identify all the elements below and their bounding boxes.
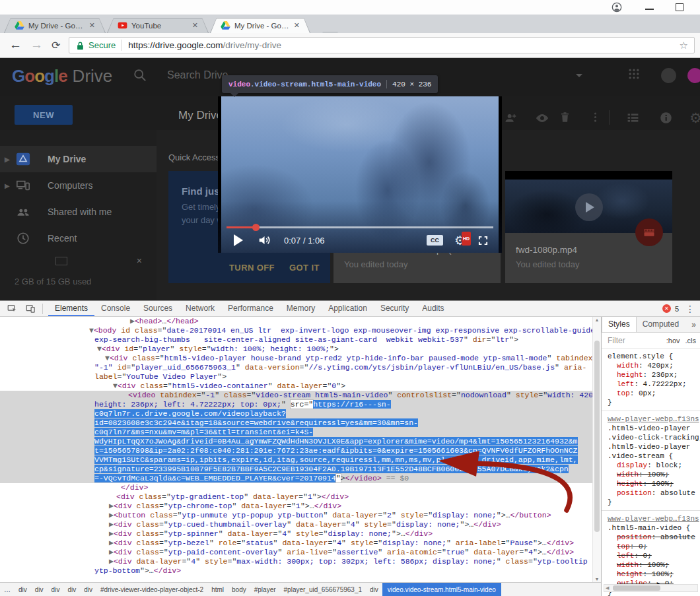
dom-tree-line[interactable]: exp-search-big-thumbs site-center-aligne…	[0, 335, 592, 345]
settings-gear-icon[interactable]: ⚙	[689, 111, 700, 125]
devtools-tab-security[interactable]: Security	[374, 301, 415, 316]
dom-tree-line[interactable]: id=0823608e3c3c294e&itag=18&source=webdr…	[0, 418, 592, 428]
stylesheet-link[interactable]: www-player-webp…f13ns	[608, 514, 700, 523]
browser-tab[interactable]: My Drive - Google Drive✕	[210, 18, 310, 33]
trash-icon[interactable]	[559, 111, 571, 123]
dom-tree-line[interactable]: WdyHIpLTqQX7oJWoAg&driveid=0B4Au_agYmWFZ…	[0, 437, 592, 446]
info-icon[interactable]	[659, 111, 673, 125]
dom-tree-line[interactable]: <div class="ytp-gradient-top" data-layer…	[0, 492, 592, 502]
dom-tree-line[interactable]: ▼<body id class="date-20170914 en_US ltr…	[0, 326, 592, 335]
refresh-button[interactable]: ⟳	[52, 39, 60, 51]
devtools-tab-elements[interactable]: Elements	[48, 301, 94, 316]
browser-tab[interactable]: My Drive - Google Drive✕	[4, 18, 106, 33]
scroll-up-icon[interactable]: ▲	[593, 317, 601, 322]
fullscreen-icon[interactable]	[477, 235, 489, 246]
devtools-tab-performance[interactable]: Performance	[221, 301, 280, 316]
breadcrumb-item[interactable]: body	[228, 586, 250, 593]
tab-close-icon[interactable]: ✕	[294, 22, 300, 29]
forward-button[interactable]: →	[30, 38, 43, 52]
more-vertical-icon[interactable]	[589, 111, 602, 123]
dom-tree-line[interactable]: ▼<div id="player" style="width: 100%; he…	[0, 345, 592, 354]
tab-close-icon[interactable]: ✕	[192, 22, 198, 29]
list-view-icon[interactable]	[626, 111, 640, 125]
window-maximize-button[interactable]	[676, 3, 683, 11]
volume-icon[interactable]	[258, 233, 272, 248]
scroll-left-icon[interactable]: ◀	[606, 585, 609, 591]
dom-tree-line[interactable]: "-1" id="player_uid_656675963_1" data-ve…	[0, 363, 592, 372]
breadcrumb-item[interactable]: div	[31, 586, 48, 593]
css-declaration[interactable]: top: 0px;	[608, 389, 700, 398]
window-minimize-button[interactable]	[645, 9, 654, 10]
play-button-icon[interactable]	[234, 234, 243, 246]
dom-tree-line[interactable]: <video tabindex="-1" class="video-stream…	[0, 391, 592, 400]
breadcrumb-item[interactable]: #player_uid_656675963_1	[280, 586, 366, 593]
breadcrumb-item[interactable]: div	[15, 586, 31, 593]
browser-tab[interactable]: YouTube✕	[107, 18, 209, 33]
dom-tree-line[interactable]: ▶<div class="ytp-bezel" role="status" da…	[0, 539, 592, 548]
search-input[interactable]: Search Drive	[167, 69, 228, 81]
add-person-icon[interactable]	[503, 111, 517, 125]
device-toolbar-icon[interactable]	[26, 304, 36, 314]
css-declaration[interactable]: width: 100%;	[608, 470, 700, 479]
dom-tree-line[interactable]: c0q7ln7r&ms=nxu&mv=m&pl=36&ttl=transient…	[0, 428, 592, 437]
dom-tree-line[interactable]: ▶<div class="ytp-paid-content-overlay" a…	[0, 548, 592, 557]
dom-tree-line[interactable]: =-VQcvTdMcaL3qlda&c=WEB_EMBEDDED_PLAYER&…	[0, 474, 592, 483]
css-declaration[interactable]: left: 0;	[608, 551, 700, 560]
dom-tree-line[interactable]: cp&signature=233995B10879F5E82B7BBF9A5C2…	[0, 465, 592, 474]
dom-tree-line[interactable]: c0q7ln7r.c.drive.google.com/videoplaybac…	[0, 409, 592, 418]
dom-tree-line[interactable]: ytp-bottom">…</div>	[0, 566, 592, 576]
css-declaration[interactable]: position: absolute	[608, 488, 700, 498]
dom-tree-line[interactable]: t=1505657898&ip=2a02:2f08:c040:281:201e:…	[0, 446, 592, 455]
styles-tab-styles[interactable]: Styles	[602, 317, 637, 332]
browser-profile-icon[interactable]	[612, 2, 622, 13]
elements-scrollbar[interactable]: ▲ ▼	[592, 317, 601, 582]
settings-gear-icon[interactable]: ⚙HD	[454, 234, 466, 247]
turn-off-button[interactable]: TURN OFF	[229, 263, 275, 273]
banner-close-icon[interactable]: ×	[137, 255, 142, 266]
styles-tab-computed[interactable]: Computed	[637, 317, 685, 332]
dom-tree-line[interactable]: label="YouTube Video Player">	[0, 372, 592, 381]
sidebar-item-my-drive[interactable]: ▶My Drive	[0, 146, 157, 172]
error-badge-icon[interactable]: ✕	[662, 304, 671, 313]
css-declaration[interactable]: width: 100%;	[608, 560, 700, 570]
pseudo-state-toggle[interactable]: :hov	[666, 337, 680, 345]
breadcrumb-item[interactable]: div	[63, 586, 80, 593]
search-options-caret-icon[interactable]	[576, 74, 582, 81]
css-declaration[interactable]: position: absolute	[608, 533, 700, 542]
file-card[interactable]: fwd-1080p.mp4You edited today	[505, 171, 672, 283]
breadcrumb-item[interactable]: …	[0, 586, 15, 593]
css-declaration[interactable]: height: 236px;	[608, 370, 700, 380]
address-bar[interactable]: Secure https://drive.google.com /drive/m…	[69, 37, 695, 53]
scrollbar-thumb[interactable]	[613, 585, 660, 591]
more-tabs-icon[interactable]: »	[691, 320, 696, 329]
dom-tree-line[interactable]: ▶<head>…</head>	[0, 317, 592, 326]
scrollbar-thumb[interactable]	[594, 341, 600, 532]
new-button[interactable]: NEW	[15, 105, 73, 125]
avatar-magenta[interactable]	[687, 67, 700, 84]
devtools-tab-audits[interactable]: Audits	[415, 301, 450, 316]
devtools-tab-network[interactable]: Network	[179, 301, 221, 316]
dom-tree-line[interactable]: ▶<div class="ytp-cued-thumbnail-overlay"…	[0, 520, 592, 529]
devtools-tab-sources[interactable]: Sources	[137, 301, 179, 316]
dom-tree-line[interactable]: ▶<div data-layer="4" style="max-width: 3…	[0, 557, 592, 566]
breadcrumb-item[interactable]: div	[80, 586, 96, 593]
filter-input[interactable]: Filter	[608, 336, 625, 345]
captions-button[interactable]: CC	[427, 235, 443, 246]
dom-tree-line[interactable]: ▼<div class="html5-video-player house-br…	[0, 354, 592, 363]
dom-tree-line[interactable]: ▶<div class="ytp-spinner" data-layer="4"…	[0, 529, 592, 539]
breadcrumb-item-active[interactable]: video.video-stream.html5-main-video	[382, 583, 501, 596]
sidebar-item-computers[interactable]: ▶Computers	[0, 172, 157, 199]
dom-tree-line[interactable]: </div>	[0, 483, 592, 492]
dom-tree-line[interactable]: ▶<button class="ytp-unmute ytp-popup ytp…	[0, 511, 592, 520]
got-it-button[interactable]: GOT IT	[289, 263, 320, 273]
sidebar-item-recent[interactable]: Recent	[0, 225, 157, 251]
dom-tree-line[interactable]: height: 236px; left: 4.72222px; top: 0px…	[0, 400, 592, 409]
styles-hscrollbar[interactable]: ◀	[604, 584, 698, 592]
css-declaration[interactable]: top: 0;	[608, 542, 700, 551]
breadcrumb-item[interactable]: div	[48, 586, 64, 593]
bookmark-star-icon[interactable]: ☆	[680, 40, 688, 51]
css-declaration[interactable]: height: 100%;	[608, 570, 700, 579]
dom-tree-line[interactable]: ▶<div class="ytp-chrome-top" data-layer=…	[0, 502, 592, 511]
css-declaration[interactable]: height: 100%;	[608, 479, 700, 488]
account-circle[interactable]	[660, 67, 677, 84]
